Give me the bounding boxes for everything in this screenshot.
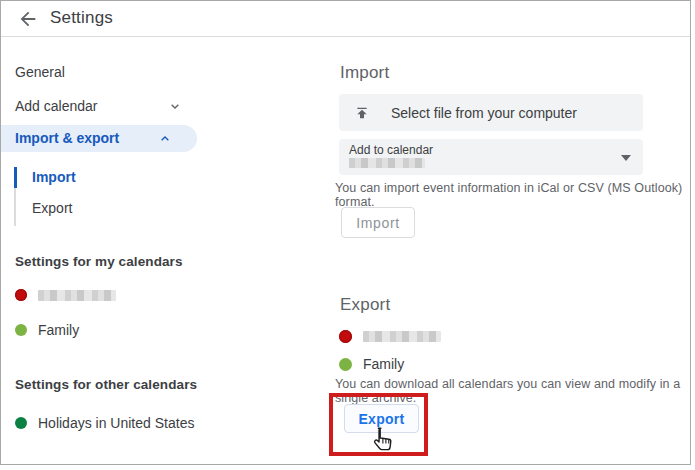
chevron-up-icon [157, 131, 173, 147]
select-file-label: Select file from your computer [391, 105, 577, 121]
calendar-color-dot [15, 289, 27, 301]
settings-window: Settings General Add calendar Import & e… [0, 0, 691, 465]
subitem-indent-guide [14, 188, 16, 226]
export-section-heading: Export [340, 295, 390, 315]
page-title: Settings [50, 1, 113, 36]
sidebar-item-label: Import & export [15, 130, 119, 146]
calendar-color-dot [339, 330, 352, 343]
calendar-name: Family [38, 322, 79, 338]
calendar-name: Holidays in United States [38, 415, 194, 431]
select-file-button[interactable]: Select file from your computer [339, 94, 643, 131]
export-button[interactable]: Export [344, 404, 419, 433]
back-arrow-icon [17, 8, 39, 30]
sidebar-item-label: General [15, 64, 65, 80]
calendar-color-dot [15, 324, 27, 336]
sidebar-item-add-calendar[interactable]: Add calendar [1, 95, 205, 117]
header-bar: Settings [1, 1, 690, 37]
back-button[interactable] [15, 6, 41, 32]
export-help-text: You can download all calendars you can v… [335, 377, 690, 405]
dropdown-caret-icon [621, 155, 631, 161]
calendar-name: Family [363, 356, 404, 372]
sidebar-calendar-item-holidays[interactable]: Holidays in United States [15, 415, 194, 431]
sidebar-item-label: Add calendar [15, 98, 98, 114]
sidebar-item-import-export[interactable]: Import & export [1, 125, 197, 152]
my-calendars-heading: Settings for my calendars [15, 254, 183, 269]
other-calendars-heading: Settings for other calendars [15, 377, 197, 392]
active-subitem-indicator [14, 167, 17, 188]
calendar-color-dot [15, 417, 27, 429]
export-calendar-item [339, 328, 441, 344]
dropdown-label: Add to calendar [349, 143, 433, 157]
calendar-color-dot [339, 358, 352, 371]
redacted-dropdown-value [349, 158, 425, 168]
add-to-calendar-dropdown[interactable]: Add to calendar [339, 139, 643, 175]
import-help-text: You can import event information in iCal… [335, 181, 690, 209]
import-button[interactable]: Import [341, 207, 415, 238]
sidebar-calendar-item-family[interactable]: Family [15, 322, 79, 338]
upload-icon [354, 105, 370, 121]
sidebar-subitem-export[interactable]: Export [32, 198, 72, 218]
import-section-heading: Import [340, 63, 389, 83]
sidebar-calendar-item[interactable] [15, 287, 116, 303]
chevron-down-icon [167, 98, 183, 114]
redacted-calendar-name [38, 290, 116, 301]
export-calendar-item-family: Family [339, 356, 404, 372]
sidebar-subitem-import[interactable]: Import [32, 167, 76, 187]
sidebar-item-general[interactable]: General [1, 61, 205, 83]
redacted-calendar-name [363, 331, 441, 342]
